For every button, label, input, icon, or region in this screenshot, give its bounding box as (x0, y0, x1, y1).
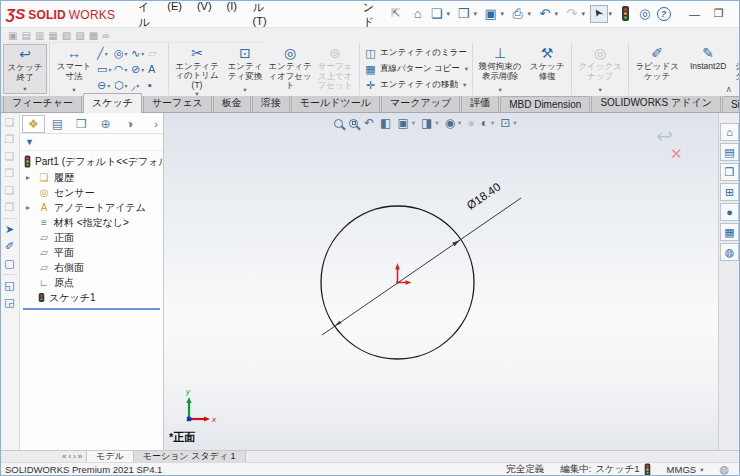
blue-cube-icon-1[interactable]: ◱ (4, 279, 14, 292)
select-dropdown-icon[interactable]: ▾ (609, 10, 616, 18)
solidworks-forum-icon[interactable]: ◍ (720, 243, 739, 261)
appearances-scenes-icon[interactable]: ● (720, 203, 739, 221)
exit-sketch-button[interactable]: ↩ スケッチ終了 ▾ (3, 44, 47, 94)
toolbar-icon-5[interactable]: ▧ (62, 30, 71, 41)
tree-item-history[interactable]: ▸ ❏ 履歴 (20, 170, 163, 185)
spline-tool-button[interactable]: ∿▾ (131, 45, 148, 61)
view-palette-icon[interactable]: ⊞ (720, 183, 739, 201)
new-dropdown-icon[interactable]: ▾ (447, 10, 454, 18)
ellipse-tool-button[interactable]: ⊘▾ (131, 61, 148, 77)
tab-mbd-dimension[interactable]: MBD Dimension (500, 96, 590, 112)
tab-motion-study-1[interactable]: モーション スタディ 1 (134, 451, 246, 462)
web-status-icon[interactable]: ◍ (719, 463, 729, 476)
slot-tool-button[interactable]: ⊖▾ (97, 77, 114, 93)
plane-tool-button[interactable]: ▱ (148, 45, 165, 61)
tab-dimxpert-manager[interactable]: ⊕ (94, 115, 117, 133)
minimize-button[interactable]: — (685, 8, 705, 20)
filter-icon[interactable]: ▼ (25, 137, 34, 147)
diameter-dimension-text[interactable]: Ø18.40 (465, 180, 503, 211)
tab-display-manager[interactable]: ◑ (118, 115, 141, 133)
tree-item-right-plane[interactable]: ▱ 右側面 (20, 260, 163, 275)
tab-feature-manager[interactable]: ❖ (22, 115, 45, 133)
confirm-exit-sketch-icon[interactable]: ↩ (656, 127, 696, 145)
ghost-cube-icon-4[interactable]: ❐ (5, 167, 15, 180)
home-button[interactable]: ⌂ (409, 5, 427, 23)
blue-cube-icon-2[interactable]: ◲ (4, 296, 14, 309)
nav-last-icon[interactable]: » (78, 452, 82, 461)
tab-sketch[interactable]: スケッチ (83, 93, 142, 113)
tab-property-manager[interactable]: ▤ (46, 115, 69, 133)
toolbar-icon-8[interactable]: ∞ (102, 30, 109, 41)
point-tool-button[interactable]: ▪ (148, 77, 165, 93)
account-button[interactable]: ◎ (636, 5, 654, 23)
display-delete-relations-button[interactable]: ⊥ 幾何拘束の表示/削除 ▾ (475, 44, 525, 94)
line-tool-button[interactable]: ╱▾ (97, 45, 114, 61)
trim-entities-button[interactable]: ✂ エンティティのトリム(T) ▾ (171, 44, 223, 94)
ghost-cube-icon-5[interactable]: ❏ (5, 184, 15, 197)
toolbar-icon-7[interactable]: ▩ (89, 30, 98, 41)
text-tool-button[interactable]: A (148, 61, 165, 77)
expander-icon[interactable]: ▸ (26, 203, 34, 212)
fillet-tool-button[interactable]: ◞▾ (131, 77, 148, 93)
circle-tool-button[interactable]: ◎▾ (114, 45, 131, 61)
ghost-cube-icon-3[interactable]: ❏ (5, 150, 15, 163)
tree-item-top-plane[interactable]: ▱ 平面 (20, 245, 163, 260)
ghost-cube-icon-2[interactable]: ❐ (5, 133, 15, 146)
design-library-icon[interactable]: ▤ (720, 143, 739, 161)
toolbar-icon-4[interactable]: ▦ (48, 30, 57, 41)
custom-properties-icon[interactable]: ▦ (720, 223, 739, 241)
tree-item-sketch1[interactable]: スケッチ1 (20, 290, 163, 305)
print-button[interactable]: ⎙ (509, 5, 527, 23)
tree-tabs-more-icon[interactable]: › (154, 118, 161, 130)
undo-button[interactable]: ↶ (536, 5, 554, 23)
redo-dropdown-icon[interactable]: ▾ (582, 10, 589, 18)
close-button[interactable]: ✕ (733, 7, 740, 20)
select-sketch-icon[interactable]: ➤ (5, 223, 14, 236)
dimension-leader-line[interactable] (322, 198, 521, 335)
edit-sketch-icon[interactable]: ✐ (5, 240, 14, 253)
rapid-sketch-button[interactable]: ✐ ラピッドスケッチ (631, 44, 683, 94)
tree-item-annotations[interactable]: ▸ A アノテートアイテム (20, 200, 163, 215)
arc-tool-button[interactable]: ◠▾ (114, 61, 131, 77)
linear-pattern-button[interactable]: ▦ 直線パターン コピー ▾ (364, 62, 468, 77)
move-entities-button[interactable]: ✛ エンティティの移動 ▾ (364, 78, 468, 93)
ghost-cube-icon-6[interactable]: ❐ (5, 201, 15, 214)
redo-button[interactable]: ↷ (563, 5, 581, 23)
display-monitor-icon[interactable]: ▢ (4, 257, 14, 270)
toolbar-icon-3[interactable]: ▥ (35, 30, 44, 41)
open-button[interactable]: ❒ (455, 5, 473, 23)
save-dropdown-icon[interactable]: ▾ (501, 10, 508, 18)
rebuild-traffic-light-button[interactable] (617, 5, 635, 23)
tree-item-front-plane[interactable]: ▱ 正面 (20, 230, 163, 245)
nav-next-icon[interactable]: › (73, 452, 76, 461)
ribbon-collapse-icon[interactable]: ∧ (725, 84, 732, 94)
file-explorer-icon[interactable]: ❒ (720, 163, 739, 181)
select-tool-button[interactable]: ➤ (590, 5, 608, 23)
help-button[interactable]: ? (655, 5, 673, 23)
convert-entities-button[interactable]: ⊡ エンティティ変換 ▾ (223, 44, 267, 94)
expander-icon[interactable]: ▸ (26, 173, 34, 182)
sketch-geometry[interactable]: Ø18.40 y x (164, 113, 718, 450)
rollback-bar[interactable] (23, 308, 160, 310)
tree-item-origin[interactable]: ∟ 原点 (20, 275, 163, 290)
shaded-sketch-contours-button[interactable]: ◢ シェイディングスケッチ輪郭 (733, 44, 740, 94)
repair-sketch-button[interactable]: ⚒ スケッチ修復 (525, 44, 569, 94)
graphics-viewport[interactable]: ↶ ◧ ▣▾ ◨▾ ◉▾ ● ◐▾ ⊡▾ Ø18.40 (164, 113, 718, 450)
smart-dimension-button[interactable]: ↔ スマート寸法 ▾ (52, 44, 96, 94)
rectangle-tool-button[interactable]: ▭▾ (97, 61, 114, 77)
mirror-entities-button[interactable]: ◫ エンティティのミラー (364, 46, 468, 61)
offset-entities-button[interactable]: ◎ エンティティオフセット (267, 44, 313, 94)
offset-on-surface-button[interactable]: ⊚ サーフェス上でオフセット (313, 44, 357, 94)
restore-button[interactable]: ❐ (709, 7, 729, 20)
print-dropdown-icon[interactable]: ▾ (528, 10, 535, 18)
toolbar-icon-1[interactable]: ▣ (8, 30, 17, 41)
tree-item-material[interactable]: ≡ 材料 <指定なし> (20, 215, 163, 230)
undo-dropdown-icon[interactable]: ▾ (555, 10, 562, 18)
ghost-cube-icon-1[interactable]: ❏ (5, 116, 15, 129)
new-document-button[interactable]: ❏ (428, 5, 446, 23)
nav-first-icon[interactable]: « (62, 452, 66, 461)
status-units-selector[interactable]: MMGS ▾ (667, 464, 704, 475)
toolbar-icon-2[interactable]: ▤ (21, 30, 30, 41)
tree-item-sensors[interactable]: ◎ センサー (20, 185, 163, 200)
confirm-cancel-sketch-icon[interactable]: ✕ (670, 145, 683, 162)
